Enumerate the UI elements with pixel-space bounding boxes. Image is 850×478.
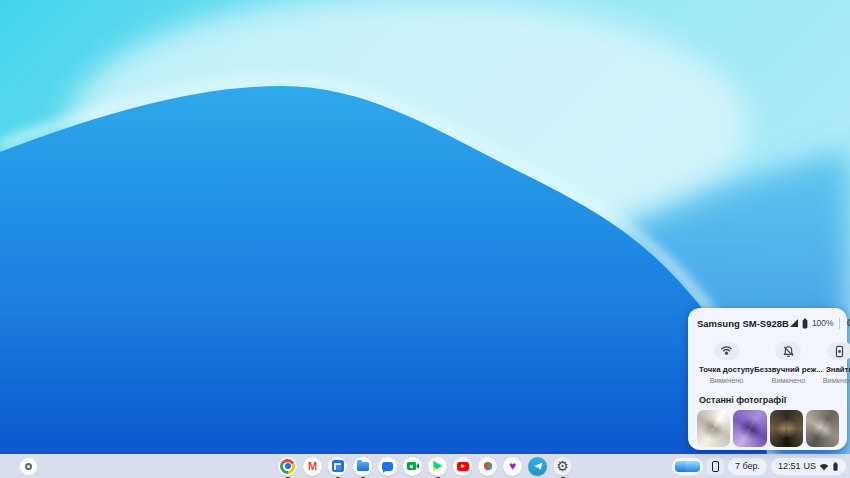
locate-phone-status: Вимкнено	[823, 376, 850, 385]
recent-photo-thumbnail[interactable]	[806, 410, 839, 447]
chrome-icon	[280, 459, 295, 474]
silent-mode-status: Вимкнено	[772, 376, 806, 385]
silent-mode-label: Беззвучний реж...	[754, 365, 823, 374]
clock-label: 12:51	[778, 461, 801, 471]
battery-icon	[801, 318, 809, 329]
hotspot-label: Точка доступу	[699, 365, 754, 374]
shelf: M	[0, 454, 850, 478]
shelf-apps: M	[278, 457, 572, 476]
locate-phone-toggle[interactable]: Знайти Вимкнено	[823, 342, 850, 385]
phone-hub-panel: Samsung SM-S928B 100% ⚙ Точка дос	[688, 308, 847, 450]
youtube-app-button[interactable]	[453, 457, 472, 476]
silent-mode-toggle[interactable]: Беззвучний реж... Вимкнено	[754, 342, 823, 385]
tote-holding-space[interactable]	[672, 458, 703, 475]
telegram-icon	[532, 460, 544, 472]
signal-icon	[789, 318, 799, 328]
recent-photo-thumbnail[interactable]	[733, 410, 766, 447]
calendar-icon	[332, 460, 344, 472]
quick-actions-row: Точка доступу Вимкнено Беззвучний реж...…	[697, 342, 839, 385]
date-chip[interactable]: 7 бер.	[728, 458, 767, 475]
recent-photos-row	[697, 410, 839, 447]
launcher-icon	[25, 463, 32, 470]
phone-battery-percent: 100%	[812, 318, 834, 328]
meet-icon	[407, 462, 419, 470]
gmail-icon: M	[308, 461, 317, 472]
recent-photos-title: Останні фотографії	[699, 395, 839, 405]
settings-gear-icon: ⚙	[556, 459, 569, 473]
heart-app-icon: ♥	[509, 460, 516, 472]
phone-status-area: 100% ⚙	[789, 317, 850, 329]
locate-phone-label: Знайти	[826, 365, 850, 374]
locate-phone-icon	[827, 342, 850, 360]
header-divider	[839, 318, 840, 329]
recent-photo-thumbnail[interactable]	[697, 410, 730, 447]
battery-icon	[832, 461, 839, 472]
chat-app-button[interactable]	[378, 457, 397, 476]
screenshot-thumbnail[interactable]	[685, 461, 700, 472]
play-store-app-button[interactable]	[428, 457, 447, 476]
files-app-button[interactable]	[353, 457, 372, 476]
keyboard-layout-label: US	[803, 461, 816, 471]
files-icon	[357, 462, 369, 471]
launcher-button[interactable]	[20, 458, 37, 475]
phone-icon	[712, 461, 719, 472]
calendar-app-button[interactable]	[328, 457, 347, 476]
telegram-app-button[interactable]	[528, 457, 547, 476]
youtube-icon	[457, 462, 469, 471]
system-tray: 7 бер. 12:51 US	[672, 458, 846, 475]
recent-photo-thumbnail[interactable]	[770, 410, 803, 447]
chat-icon	[382, 462, 393, 471]
meet-app-button[interactable]	[403, 457, 422, 476]
hotspot-status: Вимкнено	[710, 376, 744, 385]
phone-hub-header: Samsung SM-S928B 100% ⚙	[697, 317, 839, 329]
settings-app-button[interactable]: ⚙	[553, 457, 572, 476]
date-label: 7 бер.	[735, 461, 760, 471]
phone-hub-tray-button[interactable]	[707, 458, 724, 475]
wifi-icon	[819, 462, 829, 471]
play-store-icon	[433, 461, 443, 472]
chrome-app-button[interactable]	[278, 457, 297, 476]
silent-mode-icon	[775, 342, 801, 360]
phone-hub-settings-gear-icon[interactable]: ⚙	[846, 317, 850, 329]
photos-icon	[481, 459, 495, 473]
phone-device-name: Samsung SM-S928B	[697, 318, 789, 329]
heart-app-button[interactable]: ♥	[503, 457, 522, 476]
hotspot-toggle[interactable]: Точка доступу Вимкнено	[699, 342, 754, 385]
hotspot-icon	[714, 342, 740, 360]
photos-app-button[interactable]	[478, 457, 497, 476]
gmail-app-button[interactable]: M	[303, 457, 322, 476]
status-area-chip[interactable]: 12:51 US	[771, 458, 846, 475]
